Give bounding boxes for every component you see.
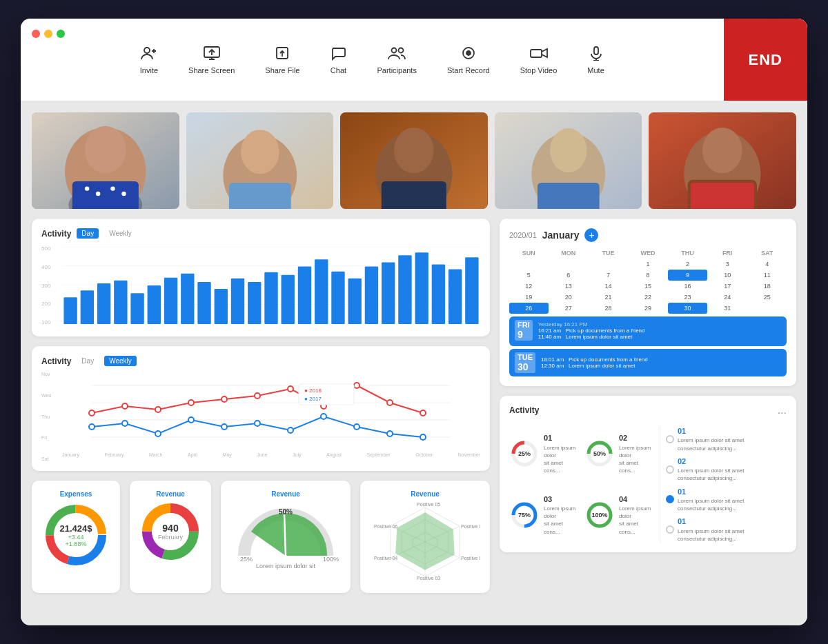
svg-point-86 [354,383,359,388]
svg-rect-30 [229,183,291,209]
svg-text:25%: 25% [240,556,253,563]
svg-rect-50 [81,290,94,324]
svg-point-97 [354,424,359,430]
expenses-title: Expenses [60,490,92,498]
gauge-svg: 25% 50% 100% [230,501,341,563]
svg-point-25 [110,186,115,190]
video-participant-3 [340,112,488,209]
calendar-header: 2020/01 January + [509,228,787,242]
revenue1-value: 940 [158,523,183,534]
traffic-lights [21,30,76,38]
start-record-label: Start Record [447,66,490,74]
revenue1-donut: 940 February [139,501,201,563]
event-card-fri: FRI9 Yesterday 16:21 PM 16:21 am Pick up… [509,316,787,346]
activity-item-100: 100% 04 Lorem ipsum dolorsit amet cons..… [584,487,654,543]
activity-donuts-card: Activity ··· [500,396,796,552]
participants-icon [387,46,406,63]
svg-rect-52 [114,281,127,324]
svg-point-83 [255,393,260,399]
revenue1-card: Revenue 940 February [130,481,211,593]
share-screen-label: Share Screen [188,66,235,74]
svg-point-93 [221,424,227,430]
radio-item-3: 01Lorem ipsum dolor sit ametconsectutur … [666,487,787,513]
svg-rect-67 [365,267,378,324]
minimize-button[interactable] [44,30,52,38]
line-chart-tab-weekly[interactable]: Weekly [104,356,137,366]
app-window: Invite Share Screen [21,19,807,625]
svg-point-88 [420,410,426,416]
participants-label: Participants [377,66,416,74]
svg-rect-66 [348,279,362,324]
bar-chart-card: Activity Day Weekly 500 400 300 200 100 [32,219,490,336]
start-record-button[interactable]: Start Record [432,39,505,81]
svg-point-79 [122,403,128,409]
svg-rect-54 [148,285,161,324]
stop-video-button[interactable]: Stop Video [505,39,573,81]
video-row [32,112,796,209]
svg-rect-13 [531,50,542,57]
svg-point-33 [394,128,434,173]
toolbar: Invite Share Screen [21,39,724,81]
radar-card: Revenue [360,481,490,593]
right-column: 2020/01 January + SUN MON TUE WED THU FR… [500,219,796,614]
invite-button[interactable]: Invite [125,39,173,81]
svg-point-23 [85,186,89,190]
end-call-button[interactable]: END [724,19,807,101]
svg-point-12 [466,51,471,55]
svg-point-10 [399,48,404,52]
svg-rect-72 [448,270,462,324]
cal-header-thu: THU [668,248,707,259]
line-chart-tab-day[interactable]: Day [77,356,99,366]
video-participant-4 [495,112,642,209]
share-file-icon [275,46,290,63]
expenses-change1: +3.44 [60,534,92,541]
svg-rect-59 [231,279,244,324]
mute-button[interactable]: Mute [572,39,619,81]
calendar-add-button[interactable]: + [584,228,598,242]
svg-point-91 [155,431,161,436]
svg-rect-14 [594,47,598,54]
expenses-donut: 21.424$ +3.44 +1.88% [41,501,110,570]
cal-header-sat: SAT [747,248,787,259]
cal-header-tue: TUE [589,248,628,259]
calendar-card: 2020/01 January + SUN MON TUE WED THU FR… [500,219,796,386]
svg-point-20 [85,126,126,173]
event-card-tue: TUE30 18:01 am Pick up documents from a … [509,349,787,376]
bar-chart-tab-day[interactable]: Day [77,228,99,239]
svg-point-96 [321,414,326,419]
svg-point-81 [188,400,194,405]
close-button[interactable] [32,30,40,38]
share-file-button[interactable]: Share File [250,39,315,81]
svg-rect-61 [264,272,277,324]
line-chart-card: Activity Day Weekly Nov Wed Thu Fri Sat [32,346,490,471]
participants-button[interactable]: Participants [362,39,431,81]
video-participant-2 [186,112,334,209]
chat-button[interactable]: Chat [315,39,362,81]
maximize-button[interactable] [57,30,65,38]
svg-point-37 [550,128,586,172]
svg-text:Positive 01: Positive 01 [461,524,480,529]
svg-rect-62 [282,275,295,324]
svg-rect-58 [215,289,228,324]
radio-item-1: 01Lorem ipsum dolor sit ametconsectutur … [666,426,787,452]
svg-point-78 [89,410,95,416]
line-chart-area: Nov Wed Thu Fri Sat [41,372,480,461]
bar-chart-tab-weekly[interactable]: Weekly [104,228,137,239]
more-options-button[interactable]: ··· [778,407,787,419]
radar-title: Revenue [411,490,440,498]
share-file-label: Share File [265,66,299,74]
gauge-title: Revenue [271,490,300,498]
bar-chart-area: 500 400 300 200 100 [41,244,480,327]
gauge-desc: Lorem ipsum dolor sit [256,563,315,570]
svg-rect-68 [382,262,395,324]
cal-header-fri: FRI [708,248,747,259]
share-screen-button[interactable]: Share Screen [173,39,250,81]
svg-text:50%: 50% [279,508,293,516]
svg-rect-73 [465,257,478,324]
video-participant-5 [649,112,796,209]
svg-point-26 [121,192,126,196]
bar-chart-svg [62,247,480,324]
line-chart-svg: ● 2018 ● 2017 [62,372,480,451]
invite-icon [141,46,157,63]
bar-chart-title: Activity [41,229,71,239]
